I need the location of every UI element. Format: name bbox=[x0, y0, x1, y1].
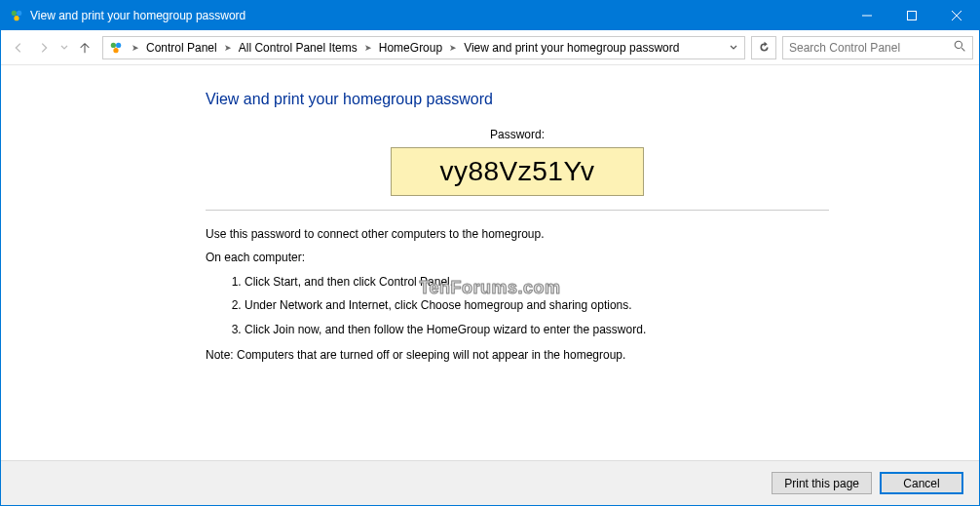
step-item: Click Join now, and then follow the Home… bbox=[245, 320, 829, 339]
up-button[interactable] bbox=[73, 36, 96, 59]
forward-button[interactable] bbox=[32, 36, 56, 59]
page-heading: View and print your homegroup password bbox=[206, 91, 829, 108]
location-icon bbox=[107, 41, 125, 55]
breadcrumb-dropdown[interactable] bbox=[725, 37, 742, 58]
svg-line-11 bbox=[961, 48, 964, 51]
chevron-right-icon: ➤ bbox=[129, 43, 142, 53]
window-titlebar: View and print your homegroup password bbox=[1, 1, 979, 30]
svg-point-9 bbox=[113, 48, 118, 53]
window-title: View and print your homegroup password bbox=[30, 9, 845, 22]
breadcrumb-item[interactable]: HomeGroup bbox=[375, 37, 446, 58]
cancel-button[interactable]: Cancel bbox=[880, 472, 963, 494]
breadcrumb-item[interactable]: View and print your homegroup password bbox=[460, 37, 683, 58]
maximize-button[interactable] bbox=[889, 1, 934, 30]
password-display: vy88Vz51Yv bbox=[391, 147, 644, 196]
step-item: Under Network and Internet, click Choose… bbox=[245, 295, 829, 315]
recent-dropdown[interactable] bbox=[57, 36, 71, 59]
svg-point-10 bbox=[955, 41, 961, 48]
instructions: Use this password to connect other compu… bbox=[206, 224, 829, 365]
close-button[interactable] bbox=[934, 1, 979, 30]
svg-point-7 bbox=[111, 42, 116, 47]
content-area: View and print your homegroup password P… bbox=[1, 65, 979, 460]
intro-text: Use this password to connect other compu… bbox=[206, 224, 829, 244]
app-icon bbox=[9, 8, 24, 23]
refresh-button[interactable] bbox=[751, 36, 776, 59]
svg-point-1 bbox=[17, 11, 21, 16]
print-button[interactable]: Print this page bbox=[772, 472, 872, 494]
breadcrumb-item[interactable]: Control Panel bbox=[142, 37, 221, 58]
on-each-text: On each computer: bbox=[206, 248, 829, 267]
svg-point-2 bbox=[14, 16, 19, 20]
breadcrumb-item[interactable]: All Control Panel Items bbox=[235, 37, 361, 58]
divider bbox=[206, 210, 829, 211]
search-input[interactable]: Search Control Panel bbox=[782, 36, 973, 59]
svg-rect-4 bbox=[908, 12, 917, 20]
chevron-right-icon: ➤ bbox=[221, 43, 235, 53]
note-text: Note: Computers that are turned off or s… bbox=[206, 345, 829, 365]
chevron-right-icon: ➤ bbox=[361, 43, 375, 53]
back-button[interactable] bbox=[7, 36, 30, 59]
window-controls bbox=[845, 1, 979, 30]
chevron-right-icon: ➤ bbox=[446, 43, 460, 53]
breadcrumb[interactable]: ➤ Control Panel ➤ All Control Panel Item… bbox=[102, 36, 745, 59]
svg-point-8 bbox=[116, 42, 121, 47]
footer: Print this page Cancel bbox=[1, 460, 979, 505]
minimize-button[interactable] bbox=[845, 1, 889, 30]
password-label: Password: bbox=[206, 128, 829, 141]
svg-point-0 bbox=[12, 11, 17, 16]
search-icon bbox=[954, 40, 966, 56]
step-item: Click Start, and then click Control Pane… bbox=[245, 272, 829, 292]
search-placeholder: Search Control Panel bbox=[789, 41, 954, 55]
navigation-bar: ➤ Control Panel ➤ All Control Panel Item… bbox=[1, 30, 979, 65]
